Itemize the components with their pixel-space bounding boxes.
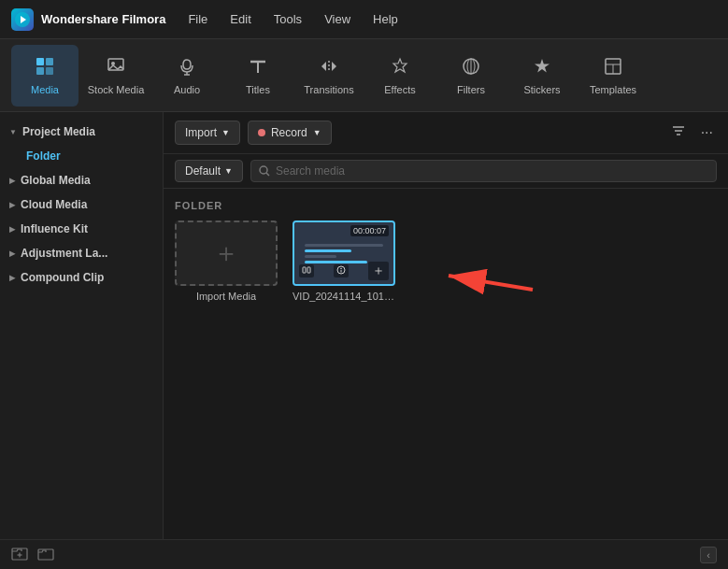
cloud-media-chevron: ▶: [9, 201, 15, 209]
toolbar-titles[interactable]: Titles: [224, 45, 292, 107]
new-folder-icon[interactable]: [11, 545, 28, 565]
stock-media-icon: [106, 56, 126, 79]
toolbar-transitions[interactable]: Transitions: [295, 45, 363, 107]
toolbar-filters[interactable]: Filters: [437, 45, 505, 107]
thumb-line-2: [305, 249, 352, 252]
thumb-actions: ＋: [294, 262, 393, 280]
templates-icon: [603, 56, 623, 79]
record-button[interactable]: Record ▼: [248, 121, 332, 145]
toolbar-effects-label: Effects: [384, 84, 415, 95]
menu-bar: File Edit Tools View Help: [184, 10, 401, 28]
toolbar-media[interactable]: Media: [11, 45, 79, 107]
app-name: Wondershare Filmora: [41, 12, 165, 26]
svg-point-29: [340, 268, 342, 270]
video-duration: 00:00:07: [350, 225, 389, 236]
project-media-label: Project Media: [22, 125, 95, 138]
import-media-thumb[interactable]: ＋: [175, 220, 278, 286]
toolbar-media-label: Media: [31, 84, 59, 95]
video-thumb[interactable]: 00:00:07: [293, 220, 395, 286]
filter-icon-btn[interactable]: [667, 120, 690, 146]
toolbar-transitions-label: Transitions: [304, 84, 353, 95]
video-card[interactable]: 00:00:07: [293, 220, 395, 302]
content-area: Import ▼ Record ▼: [164, 112, 728, 539]
main-toolbar: Media Stock Media Audio: [0, 39, 728, 112]
add-to-timeline-btn[interactable]: ＋: [368, 262, 389, 280]
record-chevron: ▼: [313, 128, 321, 137]
sidebar: ▼ Project Media Folder ▶ Global Media ▶ …: [0, 112, 164, 539]
main-area: ▼ Project Media Folder ▶ Global Media ▶ …: [0, 112, 728, 539]
sidebar-section-adjustment-la[interactable]: ▶ Adjustment La...: [0, 241, 163, 265]
video-thumb-inner: 00:00:07: [294, 222, 393, 284]
import-button[interactable]: Import ▼: [175, 121, 240, 145]
titles-icon: [248, 56, 268, 79]
sidebar-item-folder[interactable]: Folder: [0, 144, 163, 168]
toolbar-titles-label: Titles: [246, 84, 270, 95]
content-toolbar: Import ▼ Record ▼: [164, 112, 728, 154]
adjustment-la-chevron: ▶: [9, 249, 15, 258]
more-options-btn[interactable]: ···: [697, 121, 717, 145]
svg-rect-2: [36, 58, 44, 65]
menu-help[interactable]: Help: [369, 10, 402, 28]
search-bar: Default ▼: [164, 154, 728, 189]
sidebar-section-global-media[interactable]: ▶ Global Media: [0, 168, 163, 192]
import-label: Import: [185, 126, 217, 139]
menu-file[interactable]: File: [184, 10, 211, 28]
svg-marker-17: [535, 59, 550, 73]
toolbar-stock-label: Stock Media: [88, 84, 145, 95]
thumb-line-1: [305, 244, 384, 247]
sidebar-section-cloud-media[interactable]: ▶ Cloud Media: [0, 192, 163, 217]
import-plus-icon: ＋: [213, 235, 239, 271]
transitions-icon: [319, 56, 339, 79]
toolbar-audio-label: Audio: [174, 84, 200, 95]
svg-marker-13: [393, 59, 407, 72]
more-options-icon: ···: [701, 124, 713, 140]
menu-tools[interactable]: Tools: [270, 10, 306, 28]
folder-label: Folder: [26, 149, 61, 163]
info-icon[interactable]: [334, 264, 349, 277]
sidebar-section-influence-kit[interactable]: ▶ Influence Kit: [0, 217, 163, 241]
svg-rect-3: [46, 58, 53, 65]
media-grid: FOLDER ＋ Import Media: [164, 189, 728, 539]
logo-icon: [11, 8, 34, 31]
folder-section-label: FOLDER: [175, 200, 717, 211]
toolbar-stock-media[interactable]: Stock Media: [82, 45, 150, 107]
collapse-icon: ‹: [707, 549, 710, 561]
video-name: VID_20241114_101423: [293, 291, 395, 302]
folder-icon[interactable]: [37, 545, 54, 565]
toolbar-stickers-label: Stickers: [523, 84, 560, 95]
view-chevron: ▼: [224, 166, 233, 176]
svg-rect-26: [303, 267, 306, 273]
toolbar-stickers[interactable]: Stickers: [508, 45, 576, 107]
toolbar-audio[interactable]: Audio: [153, 45, 221, 107]
import-media-card[interactable]: ＋ Import Media: [175, 220, 278, 302]
svg-point-24: [260, 166, 267, 174]
toolbar-effects[interactable]: Effects: [366, 45, 434, 107]
import-chevron: ▼: [221, 128, 230, 137]
toolbar-filters-label: Filters: [457, 84, 485, 95]
svg-rect-5: [46, 67, 53, 75]
media-icon: [35, 56, 55, 79]
record-dot: [258, 129, 265, 136]
audio-icon: [177, 56, 197, 79]
menu-view[interactable]: View: [321, 10, 354, 28]
thumb-line-3: [305, 255, 336, 258]
filters-icon: [461, 56, 481, 79]
sidebar-section-project-media[interactable]: ▼ Project Media: [0, 120, 163, 144]
sidebar-section-compound-clip[interactable]: ▶ Compound Clip: [0, 265, 163, 290]
toolbar-templates[interactable]: Templates: [579, 45, 647, 107]
record-label: Record: [271, 126, 307, 139]
top-menu-bar: Wondershare Filmora File Edit Tools View…: [0, 0, 728, 39]
stickers-icon: [532, 56, 552, 79]
project-media-chevron: ▼: [9, 128, 17, 136]
compound-clip-chevron: ▶: [9, 274, 15, 282]
global-media-chevron: ▶: [9, 177, 15, 185]
view-dropdown[interactable]: Default ▼: [175, 160, 243, 182]
bottom-bar: ‹: [0, 539, 728, 569]
split-icon[interactable]: [299, 264, 314, 277]
svg-rect-27: [307, 267, 310, 273]
import-media-name: Import Media: [196, 291, 256, 302]
view-label: Default: [185, 164, 221, 178]
collapse-sidebar-btn[interactable]: ‹: [700, 547, 717, 563]
search-input[interactable]: [276, 164, 708, 178]
menu-edit[interactable]: Edit: [226, 10, 254, 28]
